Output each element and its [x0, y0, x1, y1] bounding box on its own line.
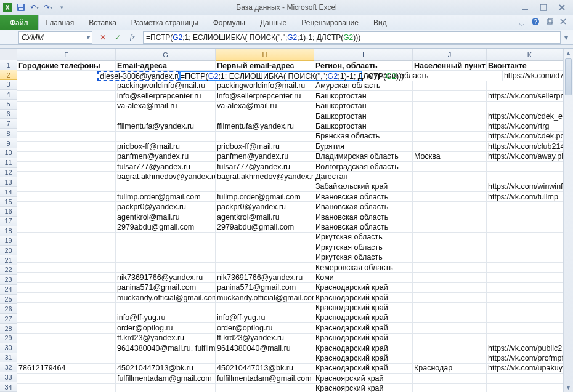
- row-header-15[interactable]: 15: [0, 197, 17, 207]
- cell-G21[interactable]: [116, 263, 216, 273]
- row-header-5[interactable]: 5: [0, 100, 17, 110]
- cell-I13[interactable]: Забайкальский край: [314, 182, 413, 192]
- cell-I29[interactable]: Краснодарский край: [314, 343, 413, 353]
- cell-G19[interactable]: [116, 242, 216, 252]
- cell-J2[interactable]: [442, 71, 503, 81]
- cell-H20[interactable]: [216, 252, 314, 262]
- ribbon-tab-2[interactable]: Разметка страницы: [124, 15, 206, 30]
- cell-J12[interactable]: [413, 172, 487, 182]
- ribbon-tab-3[interactable]: Формулы: [206, 15, 253, 30]
- cell-H10[interactable]: panfmen@yandex.ru: [216, 152, 314, 162]
- cell-J33[interactable]: [413, 384, 487, 393]
- cell-F27[interactable]: [17, 323, 116, 333]
- cell-H22[interactable]: nik73691766@yandex.ru: [216, 273, 314, 282]
- spreadsheet-grid[interactable]: 1234567891011121314151617181920212223242…: [0, 49, 573, 392]
- formula-bar-expand-icon[interactable]: ▾: [564, 33, 573, 42]
- cell-F25[interactable]: [17, 303, 116, 313]
- row-header-27[interactable]: 27: [0, 314, 17, 324]
- scroll-up-icon[interactable]: ▲: [564, 49, 573, 57]
- row-header-17[interactable]: 17: [0, 217, 17, 226]
- cell-I28[interactable]: Краснодарский край: [314, 334, 413, 343]
- cell-H8[interactable]: [216, 132, 314, 142]
- fx-icon[interactable]: fx: [128, 33, 137, 42]
- select-all-corner[interactable]: [0, 49, 17, 60]
- row-header-12[interactable]: 12: [0, 168, 17, 178]
- cell-K26[interactable]: [487, 313, 573, 323]
- cell-H18[interactable]: [216, 233, 314, 242]
- cell-J27[interactable]: [413, 323, 487, 333]
- column-header-F[interactable]: F: [17, 49, 116, 61]
- cell-J15[interactable]: [413, 202, 487, 212]
- cell-G30[interactable]: [116, 353, 216, 363]
- row-header-3[interactable]: 3: [0, 80, 17, 90]
- cell-J17[interactable]: [413, 222, 487, 232]
- cell-F15[interactable]: [17, 202, 116, 212]
- cell-K27[interactable]: [487, 323, 573, 333]
- cell-G23[interactable]: panina571@gmail.com: [116, 283, 216, 293]
- cell-H5[interactable]: va-alexa@mail.ru: [216, 102, 314, 111]
- cell-J23[interactable]: [413, 283, 487, 293]
- row-header-34[interactable]: 34: [0, 382, 17, 392]
- cell-K31[interactable]: https://vk.com/upakuye: [487, 364, 573, 374]
- cell-G22[interactable]: nik73691766@yandex.ru: [116, 273, 216, 282]
- cell-G8[interactable]: [116, 132, 216, 142]
- cell-I12[interactable]: Дагестан: [314, 172, 413, 182]
- cell-H32[interactable]: fulfillmentadam@gmail.com: [216, 374, 314, 383]
- cell-I33[interactable]: Красноярский край: [314, 384, 413, 393]
- cell-K20[interactable]: [487, 252, 573, 262]
- cell-G9[interactable]: pridbox-ff@mail.ru: [116, 142, 216, 151]
- header-cell-G[interactable]: Email-адреса: [116, 61, 216, 71]
- cell-G24[interactable]: muckandy.official@gmail.com: [116, 293, 216, 303]
- cell-H7[interactable]: ffilmentufa@yandex.ru: [216, 121, 314, 131]
- cell-I25[interactable]: Краснодарский край: [314, 303, 413, 313]
- cell-J31[interactable]: Краснодар: [413, 364, 487, 374]
- cell-G5[interactable]: va-alexa@mail.ru: [116, 102, 216, 111]
- cell-J24[interactable]: [413, 293, 487, 303]
- cell-G17[interactable]: 2979abdu@gmail.com: [116, 222, 216, 232]
- cell-K10[interactable]: https://vk.com/away.ph: [487, 152, 573, 162]
- cell-F32[interactable]: [17, 374, 116, 383]
- cell-I7[interactable]: Башкортостан: [314, 121, 413, 131]
- cell-K29[interactable]: https://vk.com/public21: [487, 343, 573, 353]
- cell-K23[interactable]: [487, 283, 573, 293]
- cell-F6[interactable]: [17, 111, 116, 121]
- cell-G6[interactable]: [116, 111, 216, 121]
- row-header-2[interactable]: 2: [0, 70, 17, 80]
- cell-J5[interactable]: [413, 102, 487, 111]
- name-box[interactable]: СУММ ▾: [18, 31, 92, 44]
- cell-K19[interactable]: [487, 242, 573, 252]
- cell-K16[interactable]: [487, 212, 573, 222]
- maximize-button[interactable]: [538, 2, 548, 12]
- cell-H16[interactable]: agentkrol@mail.ru: [216, 212, 314, 222]
- row-header-1[interactable]: 1: [0, 60, 17, 70]
- cell-F26[interactable]: [17, 313, 116, 323]
- name-box-dropdown-icon[interactable]: ▾: [86, 34, 89, 41]
- row-header-18[interactable]: 18: [0, 226, 17, 236]
- cell-J32[interactable]: [413, 374, 487, 383]
- cell-G15[interactable]: packpr0@yandex.ru: [116, 202, 216, 212]
- cell-I15[interactable]: Ивановская область: [314, 202, 413, 212]
- cell-H29[interactable]: 9614380040@mail.ru: [216, 343, 314, 353]
- cell-K13[interactable]: https://vk.com/winwinf: [487, 182, 573, 192]
- cell-F23[interactable]: [17, 283, 116, 293]
- cell-F9[interactable]: [17, 142, 116, 151]
- cell-F17[interactable]: [17, 222, 116, 232]
- row-header-14[interactable]: 14: [0, 187, 17, 197]
- cell-K6[interactable]: https://vk.com/cdek_ex: [487, 111, 573, 121]
- restore-workbook-icon[interactable]: [546, 18, 553, 27]
- row-header-25[interactable]: 25: [0, 295, 17, 305]
- scroll-down-icon[interactable]: ▼: [564, 383, 573, 392]
- cell-H3[interactable]: packingworldinfo@mail.ru: [216, 81, 314, 91]
- cell-G31[interactable]: 450210447013@bk.ru: [116, 364, 216, 374]
- row-header-26[interactable]: 26: [0, 304, 17, 314]
- cell-J14[interactable]: [413, 192, 487, 202]
- cell-I23[interactable]: Краснодарский край: [314, 283, 413, 293]
- formula-input[interactable]: =ПСТР(G2;1; ЕСЛИОШИБКА( ПОИСК(",";G2;1)-…: [143, 31, 561, 44]
- ribbon-tab-4[interactable]: Данные: [253, 15, 294, 30]
- ribbon-minimize-icon[interactable]: ◡: [519, 18, 525, 26]
- cell-H31[interactable]: 450210447013@bk.ru: [216, 364, 314, 374]
- cell-F20[interactable]: [17, 252, 116, 262]
- cell-I6[interactable]: Башкортостан: [314, 111, 413, 121]
- cell-J8[interactable]: [413, 132, 487, 142]
- cell-H11[interactable]: fulsar777@yandex.ru: [216, 162, 314, 172]
